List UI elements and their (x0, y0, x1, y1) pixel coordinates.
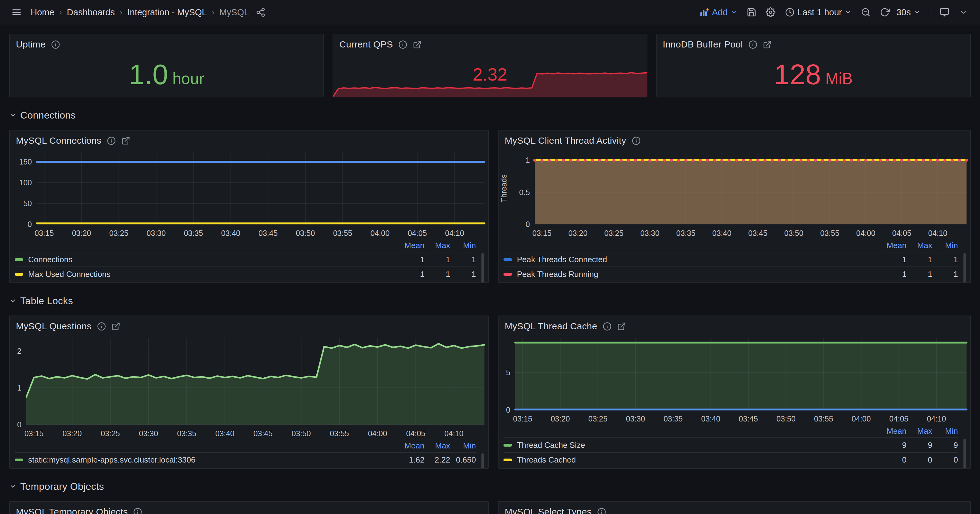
legend-scrollbar[interactable] (964, 253, 966, 283)
panel-info-button[interactable] (51, 40, 60, 49)
series-swatch (15, 273, 23, 276)
stat-value-qps: 2.32 (333, 52, 647, 97)
zoom-out-time-button[interactable] (858, 5, 873, 20)
thread-cache-chart-canvas[interactable]: 03:1503:2003:2503:3003:3503:4003:4503:50… (499, 333, 970, 425)
series-swatch (15, 258, 23, 261)
panel-external-link-button[interactable] (111, 322, 120, 331)
svg-text:04:05: 04:05 (889, 414, 908, 423)
legend-scrollbar[interactable] (481, 454, 484, 469)
panel-info-button[interactable] (398, 40, 407, 49)
info-icon (51, 40, 60, 49)
series-stat-value: 9 (881, 441, 907, 450)
legend-row[interactable]: Threads Cached000 (503, 452, 958, 467)
panel-info-button[interactable] (748, 40, 757, 49)
legend-row[interactable]: Thread Cache Size999 (503, 438, 958, 452)
series-stat-value: 1 (450, 270, 476, 279)
info-icon (597, 508, 606, 514)
svg-text:03:50: 03:50 (296, 229, 315, 237)
connections-chart-canvas[interactable]: 03:1503:2003:2503:3003:3503:4003:4503:50… (10, 148, 488, 239)
panel-info-button[interactable] (107, 136, 116, 145)
panel-title: MySQL Select Types (505, 507, 592, 514)
legend-sort-min[interactable]: Min (450, 241, 476, 250)
info-icon (748, 40, 757, 49)
stat-value-uptime: 1.0 hour (10, 52, 323, 97)
navbar-more-button[interactable] (956, 5, 971, 20)
clock-icon (785, 8, 794, 17)
breadcrumb-dashboards[interactable]: Dashboards (67, 7, 115, 18)
add-panel-dropdown[interactable]: Add (696, 5, 740, 20)
breadcrumb-home[interactable]: Home (30, 7, 54, 18)
svg-text:03:15: 03:15 (24, 429, 44, 438)
panel-header[interactable]: Current QPS (333, 34, 647, 51)
panel-header[interactable]: MySQL Connections (10, 130, 488, 148)
share-dashboard-button[interactable] (253, 5, 268, 20)
panel-header[interactable]: InnoDB Buffer Pool (657, 34, 970, 51)
section-header-connections[interactable]: Connections (9, 108, 971, 122)
svg-text:04:10: 04:10 (927, 414, 946, 423)
panel-header[interactable]: Uptime (10, 34, 323, 51)
legend-sort-min[interactable]: Min (932, 426, 958, 436)
legend-row[interactable]: Peak Threads Connected111 (503, 252, 958, 266)
legend-sort-max[interactable]: Max (907, 241, 932, 250)
menu-toggle-button[interactable] (9, 5, 24, 20)
series-label: Peak Threads Connected (517, 255, 881, 264)
refresh-dashboard-button[interactable] (877, 5, 892, 20)
legend-sort-max[interactable]: Max (907, 426, 932, 436)
questions-chart-canvas[interactable]: 03:1503:2003:2503:3003:3503:4003:4503:50… (10, 333, 488, 439)
legend-scrollbar[interactable] (481, 253, 484, 283)
save-dashboard-button[interactable] (744, 5, 759, 20)
legend-sort-mean[interactable]: Mean (399, 441, 425, 450)
legend-sort-max[interactable]: Max (425, 441, 450, 450)
panel-uptime: Uptime 1.0 hour (9, 34, 324, 97)
section-header-table-locks[interactable]: Table Locks (9, 294, 971, 307)
chevron-down-icon (914, 9, 920, 15)
panel-info-button[interactable] (97, 322, 106, 331)
panel-info-button[interactable] (133, 508, 142, 514)
legend-row[interactable]: Max Used Connections111 (15, 266, 476, 281)
panel-header[interactable]: MySQL Select Types (499, 502, 970, 514)
legend-sort-max[interactable]: Max (425, 241, 450, 250)
legend-sort-min[interactable]: Min (932, 241, 958, 250)
stat-number: 128 (774, 60, 821, 89)
panel-info-button[interactable] (603, 322, 612, 331)
panel-info-button[interactable] (632, 136, 641, 145)
svg-text:03:45: 03:45 (254, 429, 273, 438)
legend-scrollbar[interactable] (964, 439, 966, 469)
series-label: Connections (28, 255, 399, 264)
svg-text:03:30: 03:30 (640, 229, 660, 237)
panel-external-link-button[interactable] (617, 322, 626, 331)
legend-row[interactable]: Peak Threads Running111 (503, 266, 958, 281)
thread-activity-chart-canvas[interactable]: 03:1503:2003:2503:3003:3503:4003:4503:50… (499, 148, 970, 239)
svg-text:03:55: 03:55 (330, 429, 349, 438)
external-link-icon (413, 40, 422, 49)
panel-header[interactable]: MySQL Client Thread Activity (499, 130, 970, 148)
panel-info-button[interactable] (597, 508, 606, 514)
panel-external-link-button[interactable] (413, 40, 422, 49)
time-range-picker[interactable]: Last 1 hour (782, 5, 854, 20)
panel-current-qps: Current QPS 2.32 (332, 34, 648, 97)
panel-header[interactable]: MySQL Temporary Objects (10, 502, 488, 514)
panel-mysql-connections: MySQL Connections 03:1503:2003:2503:3003… (9, 130, 489, 283)
legend-row[interactable]: static:mysql.sample-apps.svc.cluster.loc… (15, 452, 476, 467)
svg-text:04:00: 04:00 (852, 414, 871, 423)
legend-row[interactable]: Connections111 (15, 252, 476, 266)
breadcrumb-folder[interactable]: Integration - MySQL (127, 7, 207, 18)
legend-sort-mean[interactable]: Mean (881, 426, 907, 436)
legend-sort-min[interactable]: Min (450, 441, 476, 450)
refresh-interval-dropdown[interactable]: 30s (896, 5, 923, 20)
section-header-temporary-objects[interactable]: Temporary Objects (9, 480, 971, 493)
series-label: Threads Cached (517, 455, 881, 465)
panel-header[interactable]: MySQL Thread Cache (499, 316, 970, 333)
dashboard-settings-button[interactable] (763, 5, 778, 20)
panel-external-link-button[interactable] (121, 136, 130, 145)
legend-sort-mean[interactable]: Mean (881, 241, 907, 250)
chevron-down-icon (9, 111, 16, 119)
legend-sort-mean[interactable]: Mean (399, 241, 425, 250)
panel-external-link-button[interactable] (763, 40, 772, 49)
time-range-label: Last 1 hour (797, 7, 842, 18)
svg-text:03:15: 03:15 (35, 229, 54, 237)
panel-header[interactable]: MySQL Questions (10, 316, 488, 333)
breadcrumb-separator: › (120, 8, 123, 17)
legend-header: MeanMaxMin (15, 439, 476, 452)
kiosk-mode-button[interactable] (937, 5, 952, 20)
